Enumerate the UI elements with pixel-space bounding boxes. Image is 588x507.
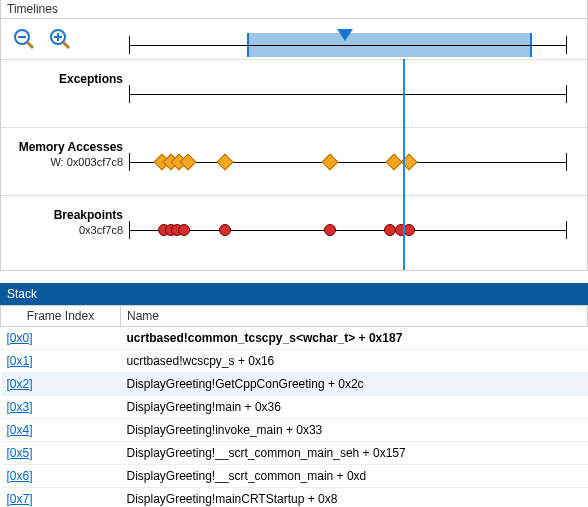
frame-index-link[interactable]: [0x4] bbox=[7, 423, 33, 437]
frame-index-link[interactable]: [0x2] bbox=[7, 377, 33, 391]
frame-name: DisplayGreeting!GetCppConGreeting + 0x2c bbox=[121, 373, 588, 396]
timeline-subtitle: W: 0x003cf7c8 bbox=[1, 156, 123, 168]
frame-index-link[interactable]: [0x5] bbox=[7, 446, 33, 460]
frame-index-link[interactable]: [0x0] bbox=[7, 331, 33, 345]
timeline-labels: Memory AccessesW: 0x003cf7c8 bbox=[1, 128, 129, 195]
overview-tick-start bbox=[129, 36, 130, 54]
overview-tick-end bbox=[566, 36, 567, 54]
timeline-title: Memory Accesses bbox=[1, 140, 123, 154]
timelines-panel-title: Timelines bbox=[0, 0, 588, 19]
timeline-labels: Breakpoints0x3cf7c8 bbox=[1, 196, 129, 263]
timelines-body: ExceptionsMemory AccessesW: 0x003cf7c8Br… bbox=[0, 19, 588, 271]
svg-line-6 bbox=[63, 42, 69, 48]
zoom-in-button[interactable] bbox=[47, 26, 73, 52]
timeline-row: Breakpoints0x3cf7c8 bbox=[1, 195, 587, 263]
frame-name: DisplayGreeting!invoke_main + 0x33 bbox=[121, 419, 588, 442]
table-row[interactable]: [0x5]DisplayGreeting!__scrt_common_main_… bbox=[1, 442, 588, 465]
memory-access-marker-icon[interactable] bbox=[322, 154, 339, 171]
frame-index-link[interactable]: [0x7] bbox=[7, 492, 33, 506]
track-tick-end bbox=[566, 85, 567, 103]
timeline-track[interactable] bbox=[129, 128, 567, 195]
timeline-row: Memory AccessesW: 0x003cf7c8 bbox=[1, 127, 587, 195]
timelines-toolbar bbox=[1, 19, 587, 59]
frame-index-link[interactable]: [0x3] bbox=[7, 400, 33, 414]
col-name[interactable]: Name bbox=[121, 306, 588, 327]
table-row[interactable]: [0x3]DisplayGreeting!main + 0x36 bbox=[1, 396, 588, 419]
overview-playhead-icon[interactable] bbox=[337, 29, 353, 41]
frame-index-link[interactable]: [0x6] bbox=[7, 469, 33, 483]
track-tick-start bbox=[129, 153, 130, 171]
zoom-out-button[interactable] bbox=[11, 26, 37, 52]
table-row[interactable]: [0x0]ucrtbased!common_tcscpy_s<wchar_t> … bbox=[1, 327, 588, 350]
table-row[interactable]: [0x2]DisplayGreeting!GetCppConGreeting +… bbox=[1, 373, 588, 396]
overview-track[interactable] bbox=[129, 33, 567, 59]
timeline-title: Exceptions bbox=[1, 72, 123, 86]
timeline-title: Breakpoints bbox=[1, 208, 123, 222]
playhead-line[interactable] bbox=[403, 59, 405, 270]
track-axis bbox=[129, 230, 567, 231]
track-tick-end bbox=[566, 221, 567, 239]
timeline-subtitle: 0x3cf7c8 bbox=[1, 224, 123, 236]
table-row[interactable]: [0x6]DisplayGreeting!__scrt_common_main … bbox=[1, 465, 588, 488]
breakpoint-marker-icon[interactable] bbox=[178, 224, 190, 236]
overview-axis bbox=[129, 45, 567, 46]
track-axis bbox=[129, 94, 567, 95]
stack-panel-title: Stack bbox=[0, 283, 588, 305]
breakpoint-marker-icon[interactable] bbox=[219, 224, 231, 236]
timeline-track[interactable] bbox=[129, 196, 567, 263]
frame-index-link[interactable]: [0x1] bbox=[7, 354, 33, 368]
timeline-labels: Exceptions bbox=[1, 60, 129, 127]
frame-name: DisplayGreeting!__scrt_common_main + 0xd bbox=[121, 465, 588, 488]
table-row[interactable]: [0x7]DisplayGreeting!mainCRTStartup + 0x… bbox=[1, 488, 588, 508]
timeline-row: Exceptions bbox=[1, 59, 587, 127]
col-frame-index[interactable]: Frame Index bbox=[1, 306, 121, 327]
table-row[interactable]: [0x1]ucrtbased!wcscpy_s + 0x16 bbox=[1, 350, 588, 373]
breakpoint-marker-icon[interactable] bbox=[324, 224, 336, 236]
track-tick-start bbox=[129, 221, 130, 239]
stack-table: Frame Index Name [0x0]ucrtbased!common_t… bbox=[0, 305, 588, 507]
svg-line-2 bbox=[27, 42, 33, 48]
frame-name: DisplayGreeting!mainCRTStartup + 0x8 bbox=[121, 488, 588, 508]
frame-name: DisplayGreeting!main + 0x36 bbox=[121, 396, 588, 419]
frame-name: ucrtbased!wcscpy_s + 0x16 bbox=[121, 350, 588, 373]
frame-name: ucrtbased!common_tcscpy_s<wchar_t> + 0x1… bbox=[121, 327, 588, 350]
breakpoint-marker-icon[interactable] bbox=[403, 224, 415, 236]
table-row[interactable]: [0x4]DisplayGreeting!invoke_main + 0x33 bbox=[1, 419, 588, 442]
frame-name: DisplayGreeting!__scrt_common_main_seh +… bbox=[121, 442, 588, 465]
memory-access-marker-icon[interactable] bbox=[217, 154, 234, 171]
track-tick-end bbox=[566, 153, 567, 171]
timeline-track[interactable] bbox=[129, 60, 567, 127]
track-tick-start bbox=[129, 85, 130, 103]
